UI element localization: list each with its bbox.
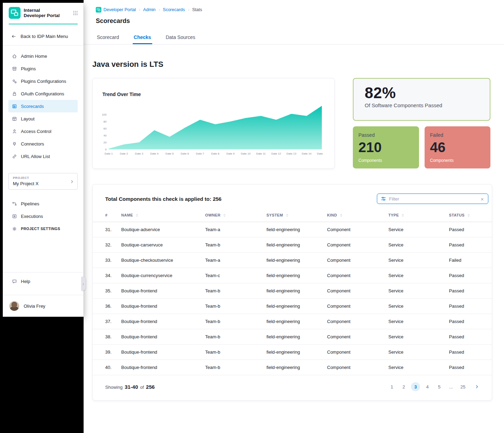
table-row[interactable]: 39.Boutique-frontendTeam-bfield-engineer… (93, 345, 492, 360)
page-button-5[interactable]: 5 (435, 382, 444, 391)
cell-num: 35. (93, 283, 121, 299)
page-button-1[interactable]: 1 (387, 382, 396, 391)
svg-text:Date 4: Date 4 (150, 152, 158, 155)
svg-text:Date 14: Date 14 (302, 152, 312, 155)
cell-name: Boutique-carservuce (121, 237, 205, 253)
sort-icon[interactable] (401, 213, 405, 217)
page-title: Scorecards (96, 17, 504, 25)
page-button-2[interactable]: 2 (399, 382, 408, 391)
close-icon[interactable] (480, 197, 484, 202)
table-row[interactable]: 36.Boutique-frontendTeam-bfield-engineer… (93, 299, 492, 314)
project-selector[interactable]: PROJECT My Project X (8, 173, 78, 190)
sidebar-item-url-allow-list[interactable]: URL Allow List (3, 150, 83, 163)
cell-status: Passed (449, 314, 492, 329)
table-row[interactable]: 35.Boutique-frontendTeam-bfield-engineer… (93, 283, 492, 299)
cell-status: Passed (449, 345, 492, 360)
column-header-name[interactable]: NAME (121, 210, 205, 222)
page-button-3[interactable]: 3 (411, 382, 420, 391)
app-title-line2: Developer Portal (24, 13, 60, 18)
back-to-idp-main-menu[interactable]: Back to IDP Main Menu (3, 32, 83, 40)
column-label: NAME (121, 213, 133, 217)
sidebar-item-layout[interactable]: Layout (3, 112, 83, 125)
sidebar-item-scorecards[interactable]: Scorecards (8, 100, 78, 112)
table-row[interactable]: 33.Boutique-checkoutserviceTeam-afield-e… (93, 253, 492, 268)
avatar (9, 301, 19, 311)
sidebar-item-pipelines[interactable]: Pipelines (3, 197, 83, 210)
grid-icon (72, 10, 78, 16)
sidebar-item-oauth-configurations[interactable]: OAuth Configurations (3, 87, 83, 100)
table-row[interactable]: 38.Boutique-frontendTeam-bfield-engineer… (93, 329, 492, 345)
sidebar-nav: Admin HomePluginsPlugins ConfigurationsO… (3, 46, 83, 165)
cell-status: Passed (449, 283, 492, 299)
cell-status: Passed (449, 237, 492, 253)
page-button-25[interactable]: 25 (458, 382, 467, 391)
column-header-row-number: # (93, 210, 121, 222)
breadcrumb-item-developer-portal[interactable]: Developer Portal (103, 7, 136, 12)
idp-logo-icon (9, 7, 21, 19)
sidebar-item-project-settings[interactable]: PROJECT SETTINGS (3, 222, 83, 235)
column-header-system[interactable]: SYSTEM (266, 210, 327, 222)
column-header-type[interactable]: TYPE (388, 210, 449, 222)
cell-status: Passed (449, 222, 492, 237)
cell-owner: Team-b (205, 283, 266, 299)
sidebar-item-label: Layout (21, 116, 34, 121)
user-profile[interactable]: Olivia Frey (3, 295, 83, 317)
filter-icon[interactable] (381, 196, 386, 202)
next-page-button[interactable] (472, 382, 481, 391)
table-row[interactable]: 34.Boutique-currencyserviceTeam-cfield-e… (93, 268, 492, 283)
svg-text:100: 100 (102, 113, 107, 116)
table-row[interactable]: 32.Boutique-carservuceTeam-bfield-engine… (93, 237, 492, 253)
sidebar-item-access-control[interactable]: Access Control (3, 125, 83, 137)
layout-icon (12, 116, 17, 121)
column-header-kind[interactable]: KIND (327, 210, 388, 222)
tab-scorecard[interactable]: Scorecard (96, 32, 120, 44)
trend-title: Trend Over Time (102, 92, 326, 97)
sidebar-footer: Help Olivia Frey (3, 267, 83, 317)
failed-card: Failed 46 Components (425, 126, 491, 168)
table-row[interactable]: 40.Boutique-frontendTeam-bfield-engineer… (93, 360, 492, 375)
app-root: Internal Developer Portal Back to IDP Ma… (0, 0, 504, 433)
sidebar-item-connectors[interactable]: Connectors (3, 137, 83, 150)
page-button-4[interactable]: 4 (423, 382, 432, 391)
apps-grid-button[interactable] (72, 10, 78, 16)
cell-name: Boutique-frontend (121, 299, 205, 314)
cell-owner: Team-a (205, 222, 266, 237)
cell-name: Boutique-checkoutservice (121, 253, 205, 268)
sidebar-collapse-handle[interactable] (81, 277, 86, 291)
tab-checks[interactable]: Checks (133, 32, 152, 44)
table-row[interactable]: 37.Boutique-frontendTeam-bfield-engineer… (93, 314, 492, 329)
sort-icon[interactable] (285, 213, 289, 217)
sidebar-item-plugins[interactable]: Plugins (3, 62, 83, 75)
passed-card: Passed 210 Components (353, 126, 419, 168)
sidebar-item-label: Connectors (21, 141, 44, 147)
sort-icon[interactable] (135, 213, 139, 217)
cell-kind: Component (327, 345, 388, 360)
cell-system: field-engineering (266, 314, 327, 329)
column-header-owner[interactable]: OWNER (205, 210, 266, 222)
sidebar-item-plugins-configurations[interactable]: Plugins Configurations (3, 75, 83, 87)
cell-status: Passed (449, 299, 492, 314)
app-title: Internal Developer Portal (24, 8, 60, 18)
sort-icon[interactable] (223, 213, 226, 217)
sidebar-item-label: Pipelines (21, 201, 39, 206)
help-item[interactable]: Help (3, 273, 83, 290)
table-row[interactable]: 31.Boutique-adserviceTeam-afield-enginee… (93, 222, 492, 237)
filter-input[interactable] (389, 196, 477, 202)
column-header-status[interactable]: STATUS (449, 210, 492, 222)
table-footer: Showing 31-40 of 256 12345...25 (93, 375, 492, 400)
sort-icon[interactable] (339, 213, 343, 217)
sidebar-item-admin-home[interactable]: Admin Home (3, 50, 83, 62)
page-header: Developer PortalAdminScorecardsStats Sco… (84, 0, 504, 45)
svg-text:Date 1: Date 1 (104, 152, 113, 155)
column-label: OWNER (205, 213, 220, 217)
sidebar-item-label: Plugins (21, 66, 36, 71)
cell-num: 40. (93, 360, 121, 375)
breadcrumb-item-scorecards[interactable]: Scorecards (163, 7, 185, 12)
sidebar-item-label: PROJECT SETTINGS (21, 227, 60, 231)
sidebar-item-executions[interactable]: Executions (3, 210, 83, 222)
breadcrumb-item-admin[interactable]: Admin (143, 7, 155, 12)
sidebar-item-label: Plugins Configurations (21, 79, 66, 84)
tab-data-sources[interactable]: Data Sources (165, 32, 196, 44)
sort-icon[interactable] (467, 213, 471, 217)
plugin-icon (12, 66, 17, 71)
